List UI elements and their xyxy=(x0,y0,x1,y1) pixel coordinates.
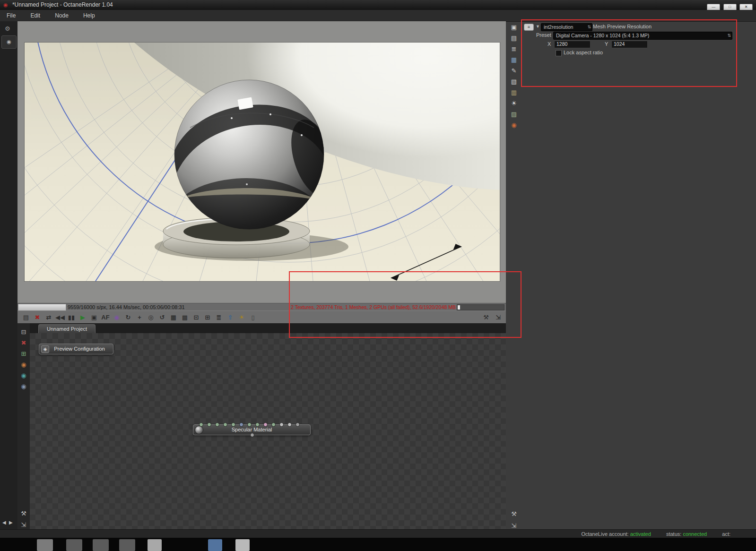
title-bar: ◉ *Unnamed Project - OctaneRender 1.04 —… xyxy=(0,0,756,10)
orbit-icon[interactable]: ↻ xyxy=(122,311,134,323)
gear-icon[interactable]: ⚙ xyxy=(5,25,10,32)
window-title: *Unnamed Project - OctaneRender 1.04 xyxy=(12,1,113,8)
taskbar-button[interactable] xyxy=(208,539,222,551)
preset-dropdown[interactable]: Digital Camera - 1280 x 1024 (5:4 1.3 MP… xyxy=(553,32,732,40)
node-list-icon[interactable]: ≣ xyxy=(509,44,519,54)
node-pin[interactable] xyxy=(247,422,252,427)
mesh-icon[interactable]: ▧ xyxy=(509,77,519,86)
save-icon[interactable]: ▤ xyxy=(509,34,519,43)
lock-aspect-checkbox[interactable] xyxy=(556,50,562,56)
node-inspector: ≡ ▼ int2resolution ⇅ Mesh Preview Resolu… xyxy=(522,21,736,87)
image-icon[interactable]: ▦ xyxy=(509,55,519,65)
paint-ball-icon[interactable]: ◉ xyxy=(509,121,519,130)
application-window: ◉ *Unnamed Project - OctaneRender 1.04 —… xyxy=(0,0,756,551)
taskbar-button[interactable] xyxy=(235,539,250,551)
node-type-dropdown[interactable]: int2resolution ⇅ xyxy=(541,23,592,31)
node-pin[interactable] xyxy=(263,422,268,427)
preview-config-icon: ◈ xyxy=(41,345,49,353)
taskbar-button[interactable] xyxy=(93,539,109,551)
render-fullscreen-icon[interactable]: ⇲ xyxy=(493,311,504,323)
bottom-status-bar: OctaneLive account: activated status: co… xyxy=(0,529,756,538)
collapse-arrow-icon[interactable]: ▼ xyxy=(536,23,540,30)
render-view[interactable] xyxy=(25,43,500,281)
node-editor-expand-icon[interactable]: ⇲ xyxy=(18,520,29,530)
restart-render-icon[interactable]: ⇄ xyxy=(43,311,54,323)
texture-icon[interactable]: ▥ xyxy=(509,88,519,97)
display-icon[interactable]: ▣ xyxy=(88,311,100,323)
rewind-icon[interactable]: ◀◀ xyxy=(54,311,66,323)
menu-help[interactable]: Help xyxy=(77,10,102,21)
delete-node-icon[interactable]: ✖ xyxy=(18,338,29,348)
y-input[interactable]: 1024 xyxy=(611,41,648,48)
scene-ball-icon[interactable]: ◉ xyxy=(1,35,17,49)
render-viewport[interactable] xyxy=(17,21,506,303)
taskbar-button[interactable] xyxy=(148,539,162,551)
layers-icon[interactable]: ≣ xyxy=(213,311,225,323)
edit-image-icon[interactable]: ✎ xyxy=(509,66,519,76)
specular-material-node[interactable]: Specular Material xyxy=(193,424,311,435)
menu-node[interactable]: Node xyxy=(48,10,75,21)
mesh-preview-icon[interactable]: ◉ xyxy=(18,382,29,391)
status-value: connected xyxy=(683,531,707,537)
node-pin[interactable] xyxy=(215,422,219,427)
node-editor: ⊟✖⊞◉◉◉ ⚒ ⇲ Unnamed Project ◈ Preview Con… xyxy=(17,323,506,529)
node-pin[interactable] xyxy=(255,422,260,427)
render-settings-wrench-icon[interactable]: ⚒ xyxy=(480,311,492,323)
preview-configuration-node[interactable]: ◈ Preview Configuration xyxy=(39,344,113,354)
inspector-wrench-icon[interactable]: ⚒ xyxy=(509,509,519,519)
material-preview-icon[interactable]: ◉ xyxy=(18,360,29,370)
render-toolbar: ▤✖⇄◀◀▮▮▶▣AF◉↻+◎↺▦▩⊡⊞≣⇧☀▯ ⚒ ⇲ xyxy=(17,310,506,324)
new-node-icon[interactable]: ⊞ xyxy=(18,349,29,359)
x-label: X xyxy=(547,41,551,48)
pause-icon[interactable]: ▮▮ xyxy=(66,311,77,323)
nav-right-icon[interactable]: ▶ xyxy=(9,520,13,525)
node-pin[interactable] xyxy=(231,422,235,427)
menu-file[interactable]: File xyxy=(0,10,22,21)
render-target-icon[interactable]: ▣ xyxy=(509,23,519,32)
play-icon[interactable]: ▶ xyxy=(77,311,88,323)
lock-aspect-label: Lock aspect ratio xyxy=(564,49,603,56)
taskbar-button[interactable] xyxy=(66,539,82,551)
spinner-icon: ⇅ xyxy=(587,24,591,30)
lock-icon[interactable]: ▯ xyxy=(247,311,259,323)
taskbar-button[interactable] xyxy=(37,539,53,551)
taskbar-button[interactable] xyxy=(119,539,135,551)
menu-edit[interactable]: Edit xyxy=(24,10,47,21)
texture-preview-icon[interactable]: ◉ xyxy=(18,371,29,380)
x-input[interactable]: 1280 xyxy=(554,41,591,48)
film-region-icon[interactable]: ▦ xyxy=(168,311,179,323)
node-pin[interactable] xyxy=(295,422,300,427)
menu-bar: File Edit Node Help xyxy=(0,10,756,22)
node-editor-wrench-icon[interactable]: ⚒ xyxy=(18,509,29,518)
node-pin[interactable] xyxy=(279,422,284,427)
crop-icon[interactable]: ⊡ xyxy=(191,311,202,323)
link-nodes-icon[interactable]: ⊟ xyxy=(18,327,29,337)
taskbar xyxy=(0,538,756,551)
node-graph-canvas[interactable]: ◈ Preview Configuration Specular Materia… xyxy=(30,333,506,529)
node-pin[interactable] xyxy=(223,422,227,427)
upload-icon[interactable]: ⇧ xyxy=(225,311,236,323)
node-pin[interactable] xyxy=(287,422,292,427)
sun-icon[interactable]: ☀ xyxy=(509,99,519,108)
material-ball-icon[interactable]: ◉ xyxy=(111,311,122,323)
memory-bar-fill xyxy=(458,305,460,310)
copy-image-icon[interactable]: ⊞ xyxy=(202,311,213,323)
output-pin[interactable] xyxy=(250,433,254,437)
focus-picker-icon[interactable]: ◎ xyxy=(145,311,156,323)
reset-view-icon[interactable]: ↺ xyxy=(156,311,168,323)
node-pin[interactable] xyxy=(271,422,276,427)
tab-unnamed-project[interactable]: Unnamed Project xyxy=(38,324,96,334)
nav-left-icon[interactable]: ◀ xyxy=(2,520,6,525)
pick-icon[interactable]: + xyxy=(134,311,145,323)
save-render-icon[interactable]: ▤ xyxy=(20,311,32,323)
stop-render-icon[interactable]: ✖ xyxy=(32,311,43,323)
node-pin[interactable] xyxy=(199,422,203,427)
alpha-checker-icon[interactable]: ▩ xyxy=(179,311,191,323)
autofocus-icon[interactable]: AF xyxy=(100,311,111,323)
hdri-icon[interactable]: ▨ xyxy=(509,110,519,119)
node-pin[interactable] xyxy=(207,422,211,427)
preset-value: Digital Camera - 1280 x 1024 (5:4 1.3 MP… xyxy=(556,33,649,38)
firefly-removal-icon[interactable]: ☀ xyxy=(236,311,247,323)
node-pin[interactable] xyxy=(239,422,243,427)
y-label: Y xyxy=(605,41,608,48)
